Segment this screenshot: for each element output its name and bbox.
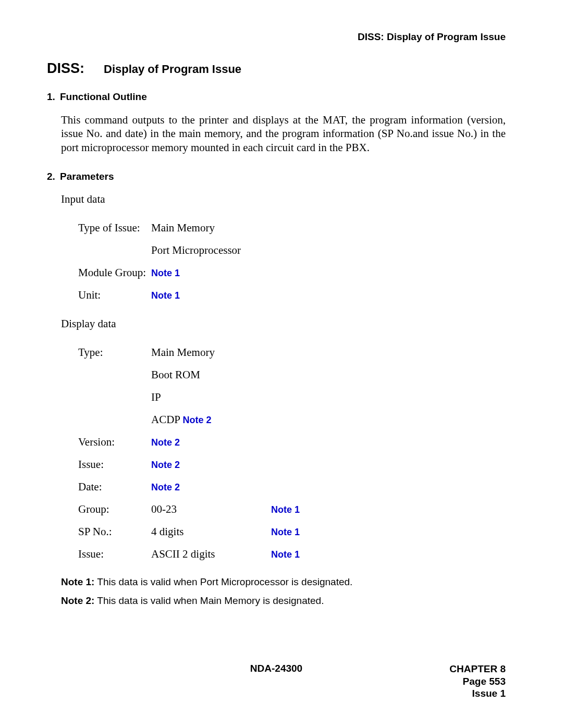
- acdp-text: ACDP: [151, 413, 183, 426]
- notes-block: Note 1: This data is valid when Port Mic…: [61, 576, 506, 607]
- note-2-text: This data is valid when Main Memory is d…: [97, 595, 324, 606]
- row-issue2: Issue: ASCII 2 digits Note 1: [78, 548, 506, 561]
- note-1-link[interactable]: Note 1: [271, 504, 300, 515]
- footer-issue: Issue 1: [47, 687, 506, 700]
- note-2-link[interactable]: Note 2: [151, 482, 180, 492]
- note-1-text: This data is valid when Port Microproces…: [97, 576, 352, 587]
- footer: NDA-24300 CHAPTER 8 Page 553 Issue 1: [47, 663, 506, 700]
- input-data-label: Input data: [61, 193, 506, 206]
- value-type-boot-rom: Boot ROM: [151, 368, 271, 381]
- row-module-group: Module Group: Note 1: [78, 266, 506, 279]
- display-data-block: Type: Main Memory Boot ROM IP ACDP Note …: [78, 346, 506, 561]
- value-group: 00-23: [151, 503, 271, 516]
- note-1-link[interactable]: Note 1: [151, 268, 180, 278]
- value-spno: 4 digits: [151, 525, 271, 538]
- note-2-link[interactable]: Note 2: [183, 415, 212, 425]
- section-1-num: 1.: [47, 91, 60, 103]
- row-type-4: ACDP Note 2: [78, 413, 506, 426]
- section-1-title: Functional Outline: [60, 91, 147, 102]
- row-issue: Issue: Note 2: [78, 458, 506, 471]
- note-1-link[interactable]: Note 1: [271, 527, 300, 537]
- row-type-2: Boot ROM: [78, 368, 506, 381]
- note-1-link[interactable]: Note 1: [151, 290, 180, 301]
- note-2-link[interactable]: Note 2: [151, 460, 180, 470]
- row-type-of-issue-1: Type of Issue: Main Memory: [78, 221, 506, 235]
- section-1-body: This command outputs to the printer and …: [61, 113, 506, 154]
- section-1-heading: 1.Functional Outline: [47, 91, 506, 103]
- label-unit: Unit:: [78, 289, 151, 302]
- note-1-label: Note 1:: [61, 576, 94, 587]
- value-type-acdp: ACDP Note 2: [151, 413, 271, 426]
- display-data-label: Display data: [61, 317, 506, 330]
- section-2-title: Parameters: [60, 171, 114, 182]
- header-right: DISS: Display of Program Issue: [47, 31, 506, 43]
- page: DISS: Display of Program Issue DISS: Dis…: [0, 0, 563, 728]
- note-2-link[interactable]: Note 2: [151, 437, 180, 448]
- note-2: Note 2: This data is valid when Main Mem…: [61, 595, 506, 607]
- section-2-heading: 2.Parameters: [47, 171, 506, 182]
- label-date: Date:: [78, 480, 151, 493]
- row-spno: SP No.: 4 digits Note 1: [78, 525, 506, 538]
- title-row: DISS: Display of Program Issue: [47, 60, 506, 77]
- section-2-num: 2.: [47, 171, 60, 182]
- note-1-link[interactable]: Note 1: [271, 549, 300, 560]
- note-2-label: Note 2:: [61, 595, 94, 606]
- row-type-3: IP: [78, 391, 506, 404]
- value-port-micro: Port Microprocessor: [151, 244, 271, 257]
- row-type-of-issue-2: Port Microprocessor: [78, 244, 506, 257]
- row-unit: Unit: Note 1: [78, 289, 506, 302]
- value-issue2: ASCII 2 digits: [151, 548, 271, 561]
- footer-center: NDA-24300: [47, 663, 506, 674]
- row-date: Date: Note 2: [78, 480, 506, 493]
- label-spno: SP No.:: [78, 525, 151, 538]
- label-issue2: Issue:: [78, 548, 151, 561]
- row-version: Version: Note 2: [78, 436, 506, 449]
- label-version: Version:: [78, 436, 151, 449]
- label-type-of-issue: Type of Issue:: [78, 221, 151, 235]
- note-1: Note 1: This data is valid when Port Mic…: [61, 576, 506, 588]
- value-main-memory: Main Memory: [151, 221, 271, 235]
- title-text: Display of Program Issue: [104, 63, 241, 76]
- row-group: Group: 00-23 Note 1: [78, 503, 506, 516]
- label-type: Type:: [78, 346, 151, 359]
- title-code: DISS:: [47, 60, 102, 77]
- value-type-ip: IP: [151, 391, 271, 404]
- input-data-block: Type of Issue: Main Memory Port Micropro…: [78, 221, 506, 302]
- label-module-group: Module Group:: [78, 266, 151, 279]
- value-type-main-memory: Main Memory: [151, 346, 271, 359]
- label-group: Group:: [78, 503, 151, 516]
- footer-page: Page 553: [47, 675, 506, 688]
- row-type-1: Type: Main Memory: [78, 346, 506, 359]
- label-issue: Issue:: [78, 458, 151, 471]
